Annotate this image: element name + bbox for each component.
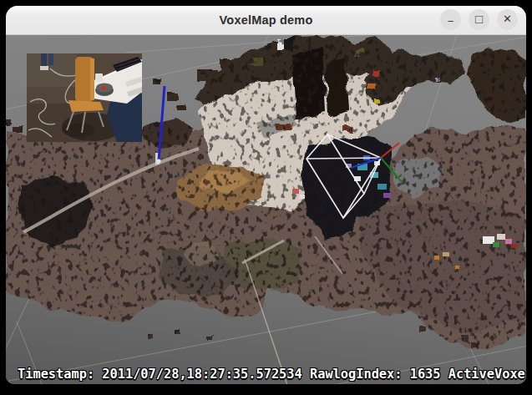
maximize-button[interactable]: □ [469,9,489,30]
3d-viewport[interactable]: Timestamp: 2011/07/28,18:27:35.572534 Ra… [6,34,526,384]
inset-mug [95,73,103,82]
camera-inset-image [27,53,142,142]
voxel-map-canvas[interactable] [6,34,526,384]
maximize-icon: □ [475,13,483,25]
minimize-button[interactable]: − [440,9,461,30]
close-button[interactable]: ✕ [497,9,518,30]
inset-red-button-device [95,84,114,97]
window-titlebar[interactable]: VoxelMap demo − □ ✕ [6,6,526,35]
window-title: VoxelMap demo [220,13,313,27]
monitor-voxels [292,48,326,119]
close-icon: ✕ [503,13,512,24]
window-controls: − □ ✕ [440,9,518,30]
app-window: VoxelMap demo − □ ✕ [6,6,526,384]
minimize-icon: − [448,16,454,27]
status-text: Timestamp: 2011/07/28,18:27:35.572534 Ra… [18,367,526,382]
